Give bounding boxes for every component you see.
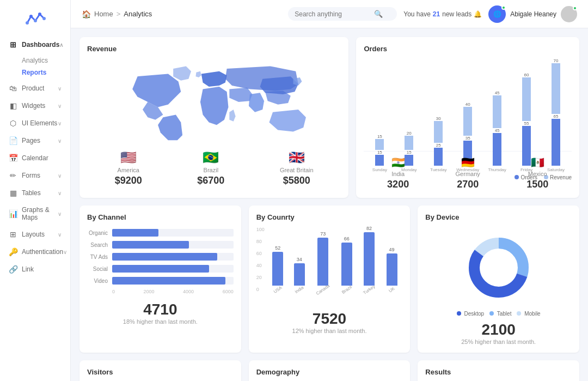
sidebar-item-dashboards[interactable]: ⊞ Dashboards ∧ [0,36,70,53]
revenue-countries: 🇺🇸 America $9200 🇧🇷 Brazil $6700 🇬🇧 Grea… [87,150,341,186]
sidebar-item-label: Widgets [22,102,45,110]
search-icon: 🔍 [374,10,383,18]
channel-sub: 18% higher than last month. [87,318,234,325]
country-value-brazil: $6700 [197,175,224,186]
bar-usa: 52 USA [272,245,283,292]
chevron-down-icon: ∨ [58,103,62,109]
axis-6000: 6000 [223,289,234,294]
chevron-down-icon: ∨ [58,190,62,196]
sidebar-item-graphs[interactable]: 📊 Graphs & Maps ∨ [0,202,70,226]
sidebar-item-label: Graphs & Maps [22,206,58,221]
axis-0: 0 [112,289,115,294]
sidebar-sub-reports[interactable]: Reports [17,66,70,78]
by-device-title: By Device [425,213,572,221]
sidebar-item-product[interactable]: 🛍 Product ∨ [0,80,70,97]
breadcrumb-home: Home [94,10,113,18]
demography-card: Demography [249,360,411,381]
channel-label-video: Video [87,278,108,284]
bar-canada: 73 Canada [315,231,330,292]
axis-2000: 2000 [144,289,155,294]
sidebar-item-link[interactable]: 🔗 Link [0,261,70,278]
channel-social: Social [87,265,234,273]
channel-bar-bg-organic [112,229,234,237]
sidebar-item-label: Layouts [22,231,45,238]
sidebar-item-label: Link [22,265,34,273]
graphs-icon: 📊 [9,209,17,218]
sidebar-item-label: Pages [22,137,40,144]
flag-india: 🇮🇳 [387,156,409,169]
breadcrumb: 🏠 Home > Analytics [82,10,281,19]
sidebar-item-ui-elements[interactable]: ⬡ UI Elements ∨ [0,114,70,132]
chevron-down-icon: ∨ [58,86,62,92]
content-area: Revenue [71,28,588,381]
sidebar-sub-analytics[interactable]: Analytics [17,55,70,66]
device-sub: 25% higher than last month. [425,338,572,345]
sidebar-item-calendar[interactable]: 📅 Calendar [0,149,70,167]
forms-icon: ✏ [9,171,17,180]
user-area: 🌐 Abigale Heaney [488,5,577,23]
sidebar-item-label: Calendar [22,154,48,162]
layouts-icon: ⊞ [9,230,17,239]
bar-turkey: 82 Turkey [363,226,376,292]
orders-chart-area: 15 15 Sunday 20 15 [364,58,572,146]
channel-bar-bg-social [112,265,234,273]
channel-video: Video [87,277,234,285]
online-status-dot [501,5,506,10]
sidebar-item-layouts[interactable]: ⊞ Layouts ∨ [0,226,70,243]
visitors-card: Visitors [79,360,241,381]
flag-gb: 🇬🇧 [280,150,314,165]
country-name-brazil: Brazil [197,167,224,173]
chevron-down-icon: ∨ [58,232,62,238]
chevron-down-icon: ∨ [58,138,62,144]
svg-point-9 [482,251,515,284]
world-map [87,58,341,146]
legend-tablet: Tablet [489,311,511,317]
notification-count: 21 [433,10,440,18]
sidebar-item-label: Product [22,84,44,92]
country-gb: 🇬🇧 Great Britain $5800 [280,150,314,186]
by-country-title: By Counrty [256,213,403,221]
bar-brazil-c: 66 Brazil [341,236,352,292]
sidebar-item-forms[interactable]: ✏ Forms ∨ [0,167,70,184]
tables-icon: ▦ [9,189,17,197]
device-total: 2100 [425,321,572,338]
country-america: 🇺🇸 America $9200 [115,150,142,186]
dashboards-icon: ⊞ [9,40,17,49]
country-chart-area: 100806040200 52 USA 34 India [256,227,403,306]
channel-bar-bg-video [112,277,234,285]
demography-title: Demography [256,368,403,376]
bell-icon: 🔔 [474,10,482,18]
channel-tvads: TV Ads [87,253,234,261]
main-area: 🏠 Home > Analytics 🔍 You have 21 new lea… [71,0,588,381]
sidebar-item-label: Forms [22,172,40,179]
sidebar-item-widgets[interactable]: ◧ Widgets ∨ [0,97,70,114]
country-name-gb: Great Britain [280,167,314,173]
sidebar-item-tables[interactable]: ▦ Tables ∨ [0,184,70,202]
channel-label-organic: Organic [87,230,108,236]
sidebar-item-pages[interactable]: 📄 Pages ∨ [0,132,70,149]
chevron-up-icon: ∧ [59,42,63,48]
donut-chart [463,232,534,303]
user-name: Abigale Heaney [510,10,556,18]
orders-bar-chart: 15 15 Sunday 20 15 [364,58,572,172]
country-bars: 52 USA 34 India 73 Canada [267,227,403,292]
country-india: 🇮🇳 India 3200 [387,156,409,190]
channel-bar-bg-search [112,241,234,249]
user-profile-avatar[interactable] [561,6,577,22]
sidebar-item-auth[interactable]: 🔑 Authentication ∨ [0,243,70,261]
legend-desktop: Desktop [457,311,484,317]
chevron-down-icon: ∨ [58,211,62,217]
orders-title: Orders [364,45,572,53]
channel-chart: Organic Search TV Ads [87,227,234,297]
revenue-title: Revenue [87,45,341,53]
country-sub: 12% higher than last month. [256,328,403,334]
search-box[interactable]: 🔍 [288,7,397,21]
user-online-dot [573,6,577,10]
header: 🏠 Home > Analytics 🔍 You have 21 new lea… [71,0,588,28]
breadcrumb-current: Analytics [124,10,152,18]
calendar-icon: 📅 [9,154,17,162]
results-card: Results [418,360,579,381]
user-avatar: 🌐 [488,5,506,23]
bar-thursday: 45 45 Thursday [483,90,511,172]
search-input[interactable] [295,10,371,18]
